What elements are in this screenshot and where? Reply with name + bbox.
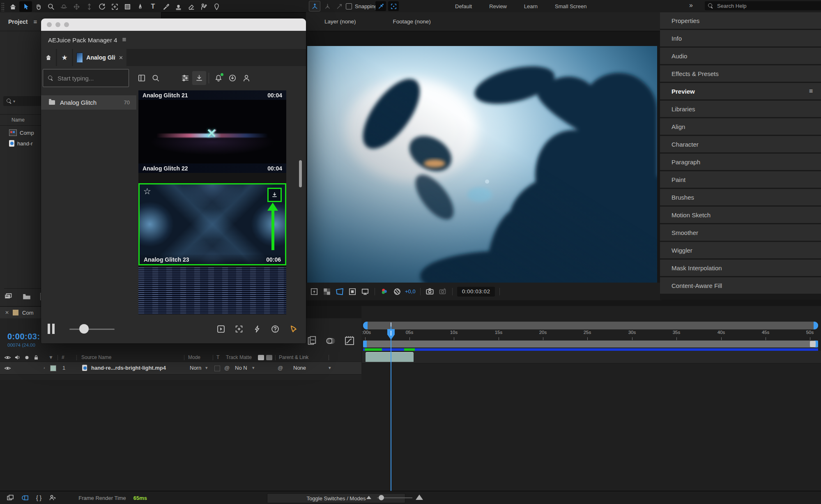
workspace-overflow-chevrons[interactable]: » (689, 2, 693, 9)
notifications-bell-icon[interactable] (212, 71, 225, 85)
navigator-end-handle[interactable] (814, 322, 818, 329)
favorites-tab[interactable]: ★ (57, 49, 72, 66)
aejuice-search[interactable] (43, 69, 129, 87)
frame-blending-icon[interactable] (307, 336, 317, 346)
help-search-input[interactable] (716, 2, 812, 9)
snap-guides-button[interactable] (375, 1, 386, 11)
matte-pickwhip-icon[interactable]: @ (224, 365, 230, 371)
zoom-out-icon[interactable] (366, 496, 371, 499)
brush-tool[interactable] (159, 1, 172, 12)
snapping-checkbox[interactable] (346, 3, 352, 9)
work-area-bar[interactable] (363, 341, 818, 348)
panel-preview[interactable]: Preview≡ (660, 83, 821, 99)
selection-tool[interactable] (19, 1, 32, 12)
lay-mode-value[interactable]: Norn (190, 365, 201, 371)
mask-visibility-icon[interactable] (347, 287, 357, 297)
preset-thumb-23-selected[interactable]: ☆ Analog Glitch 23 00:06 (138, 183, 286, 265)
panel-paint[interactable]: Paint (660, 171, 821, 188)
zoom-tool[interactable] (45, 1, 57, 12)
panel-properties[interactable]: Properties (660, 12, 821, 29)
matte-dropdown-icon[interactable]: ▾ (252, 365, 255, 371)
exposure-offset-value[interactable]: +0,0 (405, 288, 416, 295)
clone-stamp-tool[interactable] (172, 1, 185, 12)
aejuice-search-input[interactable] (57, 74, 124, 82)
pan-behind-tool[interactable] (108, 1, 121, 12)
layer-name[interactable]: hand-re...rds-bright-light.mp4 (91, 365, 166, 371)
download-manager-icon[interactable] (225, 71, 239, 85)
help-search[interactable] (705, 1, 821, 10)
viewer-timecode[interactable]: 0:00:03:02 (457, 287, 495, 297)
puppet-pin-tool[interactable] (210, 1, 223, 12)
home-tab[interactable] (41, 49, 56, 66)
new-folder-icon[interactable] (22, 292, 31, 301)
local-axis-mode[interactable] (309, 1, 320, 12)
analog-glitch-tab[interactable]: Analog Glitc ✕ (73, 49, 126, 66)
workspace-default[interactable]: Default (455, 3, 472, 9)
download-preset-button[interactable] (267, 188, 282, 202)
preset-thumb-21-label[interactable]: Analog Glitch 21 00:04 (138, 90, 286, 100)
panel-mask-interpolation[interactable]: Mask Interpolation (660, 260, 821, 276)
pen-tool[interactable] (134, 1, 147, 12)
world-axis-mode[interactable] (322, 1, 333, 11)
rectangle-tool[interactable] (121, 1, 134, 12)
toolbar-grip[interactable] (1, 2, 5, 12)
mac-titlebar[interactable] (41, 18, 306, 31)
panel-menu-icon[interactable]: ≡ (809, 87, 813, 95)
close-tab-icon[interactable]: ✕ (119, 55, 123, 61)
snapshot-camera-icon[interactable] (425, 287, 435, 297)
close-window-icon[interactable] (47, 22, 52, 27)
pause-button[interactable] (48, 324, 55, 334)
track-matte-value[interactable]: No N (235, 365, 247, 371)
pan-camera-tool[interactable] (70, 1, 83, 12)
panel-libraries[interactable]: Libraries (660, 101, 821, 117)
list-scrollbar[interactable] (299, 160, 302, 187)
fit-frame-icon[interactable] (233, 323, 245, 335)
layer-tab[interactable]: Layer (none) (324, 18, 356, 25)
help-icon[interactable] (269, 323, 281, 335)
search-view-icon[interactable] (149, 71, 163, 85)
panel-wiggler[interactable]: Wiggler (660, 242, 821, 258)
project-tab[interactable]: Project (8, 18, 28, 25)
favorite-star-icon[interactable]: ☆ (143, 186, 151, 196)
account-icon[interactable] (239, 71, 253, 85)
filters-icon[interactable] (178, 71, 192, 85)
preview-window-icon[interactable] (215, 323, 227, 335)
aejuice-logo-icon[interactable] (287, 323, 299, 335)
source-name-column[interactable]: Source Name (81, 354, 111, 360)
interpret-footage-icon[interactable] (4, 292, 13, 301)
collaboration-icon[interactable] (49, 494, 56, 502)
minimize-window-icon[interactable] (55, 22, 60, 27)
panel-menu-icon[interactable]: ≡ (33, 18, 37, 25)
transparency-grid-icon[interactable] (322, 287, 332, 297)
time-navigator[interactable] (363, 322, 818, 329)
panel-align[interactable]: Align (660, 118, 821, 135)
channels-icon[interactable] (379, 287, 389, 297)
rotation-tool[interactable] (96, 1, 108, 12)
mode-dropdown-icon[interactable]: ▾ (205, 365, 208, 371)
type-tool[interactable]: T (147, 1, 159, 12)
show-snapshot-icon[interactable] (438, 287, 448, 297)
current-time-display[interactable]: 0:00:03: (7, 332, 40, 341)
playhead-handle[interactable] (387, 329, 395, 340)
preset-thumb-22-label[interactable]: Analog Glitch 22 00:04 (138, 163, 286, 173)
parent-dropdown-icon[interactable]: ▾ (329, 365, 331, 371)
footage-tab[interactable]: Footage (none) (393, 18, 431, 25)
panel-brushes[interactable]: Brushes (660, 189, 821, 205)
work-area-start-handle[interactable] (363, 341, 367, 348)
view-axis-mode[interactable] (334, 1, 345, 11)
dolly-camera-tool[interactable] (83, 1, 96, 12)
layer-eye-icon[interactable] (4, 366, 11, 371)
close-icon[interactable]: ✕ (5, 310, 9, 315)
panel-smoother[interactable]: Smoother (660, 224, 821, 241)
panel-character[interactable]: Character (660, 136, 821, 152)
zoom-window-icon[interactable] (64, 22, 69, 27)
downloads-icon[interactable] (192, 71, 206, 85)
render-queue-icon[interactable] (7, 494, 14, 502)
motion-blur-icon[interactable] (325, 336, 336, 346)
home-button[interactable] (7, 1, 19, 12)
panel-info[interactable]: Info (660, 30, 821, 46)
sidebar-item-analog-glitch[interactable]: Analog Glitch 70 (41, 95, 136, 110)
parent-value[interactable]: None (293, 365, 306, 371)
panel-motion-sketch[interactable]: Motion Sketch (660, 207, 821, 223)
comp-marker-button[interactable] (810, 341, 816, 347)
